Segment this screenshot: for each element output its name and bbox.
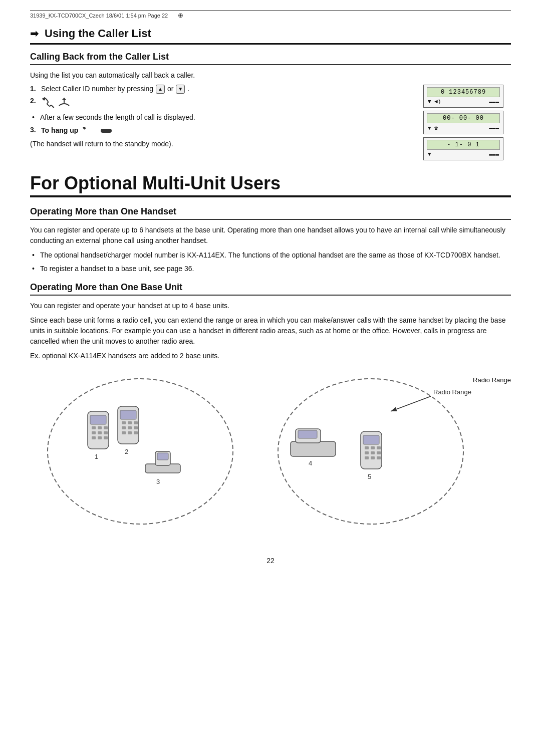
steps-main: 1. Select Caller ID number by pressing ▲…: [30, 85, 413, 153]
talk-icon: [41, 97, 55, 108]
svg-rect-12: [98, 431, 102, 434]
svg-rect-44: [371, 451, 375, 454]
one-base-heading: Operating More than One Base Unit: [30, 282, 511, 296]
display-1-right: ▬▬▬: [489, 99, 499, 105]
svg-rect-28: [134, 431, 138, 434]
svg-rect-16: [104, 436, 108, 439]
steps-with-panel: 1. Select Caller ID number by pressing ▲…: [30, 85, 511, 163]
step1-period: .: [187, 85, 189, 93]
base-unit-3: 3: [145, 451, 180, 485]
display-2-left: ▼ ☎: [428, 125, 438, 131]
step1-row: 1. Select Caller ID number by pressing ▲…: [30, 85, 413, 94]
down-button-icon[interactable]: ▼: [176, 85, 185, 94]
hangup-icon: [82, 126, 95, 136]
svg-rect-23: [122, 426, 126, 429]
page-number: 22: [30, 557, 511, 565]
svg-rect-13: [104, 431, 108, 434]
base-unit-4: 4: [291, 429, 336, 467]
caller-list-section-title: ➡ Using the Caller List: [30, 27, 511, 40]
svg-rect-42: [377, 446, 381, 449]
svg-rect-47: [371, 456, 375, 459]
svg-rect-21: [128, 421, 132, 424]
one-base-para2: Since each base unit forms a radio cell,…: [30, 315, 511, 347]
step2-row: 2.: [30, 97, 413, 109]
step3-label: 3.: [30, 126, 39, 134]
step3-note: (The handset will return to the standby …: [30, 139, 413, 149]
step1-content: Select Caller ID number by pressing ▲ or…: [41, 85, 413, 94]
calling-back-heading: Calling Back from the Caller List: [30, 52, 511, 65]
display-indicator-row-2: ▼ ☎ ▬▬▬: [427, 124, 500, 132]
svg-rect-32: [157, 453, 168, 460]
svg-text:1: 1: [95, 453, 98, 460]
svg-rect-36: [298, 430, 317, 438]
display-indicator-row-1: ▼ ◄) ▬▬▬: [427, 98, 500, 105]
display-1-left: ▼ ◄): [428, 99, 441, 105]
display-screen-2: 00- 00- 00: [427, 113, 500, 123]
svg-rect-15: [98, 436, 102, 439]
display-box-1: 0 123456789 ▼ ◄) ▬▬▬: [423, 85, 503, 108]
radio-range-label: Radio Range: [473, 376, 511, 384]
step3-content: To hang up: [41, 126, 413, 136]
display-screen-1: 0 123456789: [427, 87, 500, 97]
multi-unit-divider: [30, 195, 511, 197]
svg-rect-40: [365, 446, 369, 449]
header-cross: ⊕: [178, 12, 183, 19]
svg-text:5: 5: [368, 473, 371, 480]
one-base-intro: You can register and operate your handse…: [30, 301, 511, 311]
section-arrow-icon: ➡: [30, 28, 39, 40]
multi-unit-section: For Optional Multi-Unit Users Operating …: [30, 173, 511, 361]
calling-back-intro: Using the list you can automatically cal…: [30, 70, 511, 81]
diagram-container: Radio Range Radio Range: [30, 371, 511, 542]
svg-rect-10: [104, 426, 108, 429]
title-divider: [30, 43, 511, 45]
one-handset-heading: Operating More than One Handset: [30, 206, 511, 220]
display-box-2: 00- 00- 00 ▼ ☎ ▬▬▬: [423, 111, 503, 134]
up-button-icon[interactable]: ▲: [156, 85, 165, 94]
svg-point-1: [48, 379, 233, 524]
step1-or: or: [167, 85, 173, 93]
svg-rect-0: [101, 129, 112, 133]
svg-rect-14: [92, 436, 96, 439]
multi-unit-title: For Optional Multi-Unit Users: [30, 173, 511, 193]
svg-rect-45: [377, 451, 381, 454]
svg-rect-34: [291, 441, 336, 456]
page-header: 31939_KX-TCD700CX_Czech 18/6/01 1:54 pm …: [30, 10, 511, 22]
svg-rect-43: [365, 451, 369, 454]
svg-rect-39: [363, 435, 379, 444]
svg-text:2: 2: [125, 448, 128, 455]
one-handset-intro: You can register and operate up to 6 han…: [30, 225, 511, 246]
step1-text-before: Select Caller ID number by pressing: [41, 85, 155, 93]
display-panel: 0 123456789 ▼ ◄) ▬▬▬ 00- 00- 00 ▼ ☎ ▬▬▬ …: [423, 85, 511, 163]
svg-text:4: 4: [309, 459, 312, 467]
svg-rect-19: [120, 410, 136, 419]
display-screen-3: - 1- 0 1: [427, 140, 500, 150]
step1-label: 1.: [30, 85, 39, 93]
step3-hangup-bold: To hang up: [41, 126, 78, 134]
svg-rect-20: [122, 421, 126, 424]
svg-rect-22: [134, 421, 138, 424]
one-base-ex: Ex. optional KX-A114EX handsets are adde…: [30, 351, 511, 361]
display-3-left: ▼: [428, 151, 431, 157]
step2-label: 2.: [30, 97, 39, 105]
svg-text:Radio Range: Radio Range: [433, 388, 471, 396]
one-handset-bullet1: The optional handset/charger model numbe…: [30, 250, 511, 261]
svg-rect-41: [371, 446, 375, 449]
display-3-right: ▬▬▬: [489, 151, 499, 157]
end-icon: [100, 126, 113, 136]
page: 31939_KX-TCD700CX_Czech 18/6/01 1:54 pm …: [0, 0, 541, 756]
svg-rect-24: [128, 426, 132, 429]
display-indicator-row-3: ▼ ▬▬▬: [427, 151, 500, 158]
svg-rect-26: [122, 431, 126, 434]
handset-5: 5: [361, 431, 382, 480]
one-handset-bullet2: To register a handset to a base unit, se…: [30, 264, 511, 274]
step3-row: 3. To hang up: [30, 126, 413, 136]
svg-rect-25: [134, 426, 138, 429]
svg-line-3: [391, 396, 431, 411]
diagram-svg: Radio Range 1: [30, 371, 511, 532]
send-icon: [57, 97, 71, 108]
step2-content: [41, 97, 413, 109]
display-2-right: ▬▬▬: [489, 125, 499, 131]
svg-rect-8: [92, 426, 96, 429]
header-text: 31939_KX-TCD700CX_Czech 18/6/01 1:54 pm …: [30, 13, 168, 19]
svg-rect-7: [90, 415, 106, 424]
